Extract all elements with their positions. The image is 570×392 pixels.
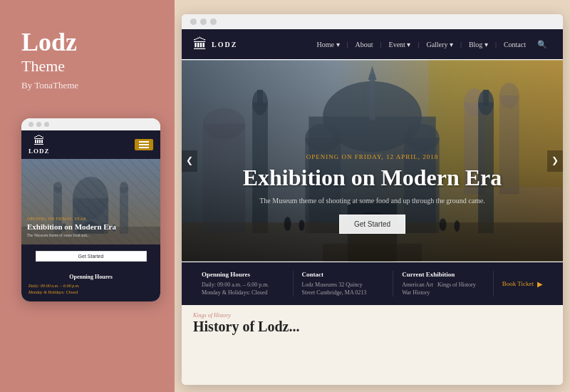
right-panel: 🏛 LODZ Home ▾ | About | Event ▾ | Galler… [175, 0, 570, 392]
info-contact-title: Contact [302, 271, 385, 278]
hero-content: OPENING ON FRIDAY, 12 APRIL, 2018 Exhibi… [182, 153, 563, 234]
info-section-exhibition: Current Exhibition American Art Kings of… [393, 271, 494, 296]
info-exhibition-title: Current Exhibition [402, 271, 484, 278]
nav-item-blog[interactable]: Blog ▾ [463, 38, 494, 51]
hero-opening-label: OPENING ON FRIDAY, 12 APRIL, 2018 [182, 153, 563, 160]
mobile-browser-bar [21, 118, 160, 130]
mobile-dot-1 [28, 122, 33, 127]
info-hours-daily: Daily: 09:00 a.m. – 6:00 p.m. [202, 281, 284, 289]
book-ticket-arrow-icon: ▶ [537, 280, 543, 288]
book-ticket-label: Book Ticket [502, 280, 534, 287]
hero-next-button[interactable]: ❯ [547, 150, 563, 172]
search-icon[interactable]: 🔍 [533, 37, 551, 52]
info-contact-address1: Lodz Museums 32 Quincy [302, 281, 385, 289]
mobile-info-bar: Openning Houres Daily: 09:00 a.m. – 6:00… [21, 268, 160, 301]
desktop-nav: 🏛 LODZ Home ▾ | About | Event ▾ | Galler… [182, 29, 563, 59]
nav-item-event[interactable]: Event ▾ [383, 38, 417, 51]
nav-item-contact[interactable]: Contact [498, 38, 532, 51]
hero-title: Exhibition on Modern Era [182, 165, 563, 191]
svg-point-7 [120, 182, 128, 193]
desktop-logo-area: 🏛 LODZ [193, 36, 237, 53]
bottom-label: Kings of History [193, 312, 299, 319]
info-bar: Openning Houres Daily: 09:00 a.m. – 6:00… [182, 262, 563, 305]
mobile-opening-label: OPENING ON FRIDAY, YEAR [27, 217, 155, 221]
mobile-hero-subtitle: The Museum theme of some food and... [27, 233, 155, 238]
browser-dot-2 [200, 19, 207, 25]
mobile-get-started-button[interactable]: Get Started [36, 251, 147, 262]
hamburger-line-3 [139, 147, 149, 148]
mobile-dot-3 [44, 122, 49, 127]
desktop-hero: ❮ ❯ OPENING ON FRIDAY, 12 APRIL, 2018 Ex… [182, 59, 563, 262]
desktop-browser: 🏛 LODZ Home ▾ | About | Event ▾ | Galler… [182, 14, 563, 385]
desktop-logo-text: LODZ [212, 41, 237, 48]
left-panel: Lodz Theme By TonaTheme 🏛 LODZ [0, 0, 175, 392]
info-exhibition-line1: American Art Kings of History [402, 281, 484, 289]
mobile-nav: 🏛 LODZ [21, 130, 160, 159]
desktop-nav-items: Home ▾ | About | Event ▾ | Gallery ▾ | B… [252, 37, 551, 52]
get-started-button[interactable]: Get Started [339, 215, 405, 234]
browser-dot-1 [190, 19, 197, 25]
brand-subtitle: Theme [21, 57, 65, 76]
building-icon: 🏛 [33, 135, 45, 148]
info-section-contact: Contact Lodz Museums 32 Quincy Street Ca… [294, 271, 394, 296]
info-hours-holidays: Monday & Holidays: Closed [202, 289, 284, 296]
nav-item-home[interactable]: Home ▾ [311, 38, 346, 51]
info-hours-title: Openning Houres [202, 271, 284, 278]
mobile-hamburger-button[interactable] [135, 139, 153, 150]
mobile-hero: OPENING ON FRIDAY, YEAR Exhibition on Mo… [21, 159, 160, 244]
hero-description: The Museum theme of shooting at some foo… [182, 197, 563, 205]
brand-title: Lodz [21, 29, 77, 57]
mobile-hero-title: Exhibition on Modern Era [27, 222, 155, 232]
bottom-section-content: Kings of History History of Lodz... [193, 312, 299, 335]
mobile-logo: 🏛 LODZ [28, 135, 50, 155]
mobile-dot-2 [36, 122, 41, 127]
mobile-info-hours-2: Monday & Holidays: Closed [28, 289, 153, 296]
mobile-info-hours-1: Daily: 09:00 a.m. – 6:00 p.m. [28, 283, 153, 289]
hamburger-line-1 [139, 141, 149, 143]
nav-item-about[interactable]: About [350, 38, 379, 51]
mobile-hero-content: OPENING ON FRIDAY, YEAR Exhibition on Mo… [27, 217, 155, 238]
brand-by: By TonaTheme [21, 80, 78, 91]
bottom-section: Kings of History History of Lodz... [182, 305, 563, 385]
hamburger-line-2 [139, 144, 149, 145]
mobile-info-title: Openning Houres [28, 274, 153, 280]
mobile-mockup: 🏛 LODZ [21, 118, 160, 301]
info-contact-address2: Street Cambridge, MA 0213 [302, 289, 385, 296]
info-exhibition-line2: War History [402, 289, 484, 296]
book-ticket-button[interactable]: Book Ticket ▶ [494, 280, 551, 288]
nav-item-gallery[interactable]: Gallery ▾ [420, 38, 459, 51]
svg-point-5 [53, 182, 62, 193]
mobile-logo-text: LODZ [28, 148, 50, 155]
bottom-title: History of Lodz... [193, 319, 299, 335]
browser-dot-3 [210, 19, 217, 25]
info-section-hours: Openning Houres Daily: 09:00 a.m. – 6:00… [193, 271, 294, 296]
hero-prev-button[interactable]: ❮ [182, 150, 197, 172]
desktop-logo-icon: 🏛 [193, 36, 207, 53]
desktop-browser-bar [182, 14, 563, 29]
